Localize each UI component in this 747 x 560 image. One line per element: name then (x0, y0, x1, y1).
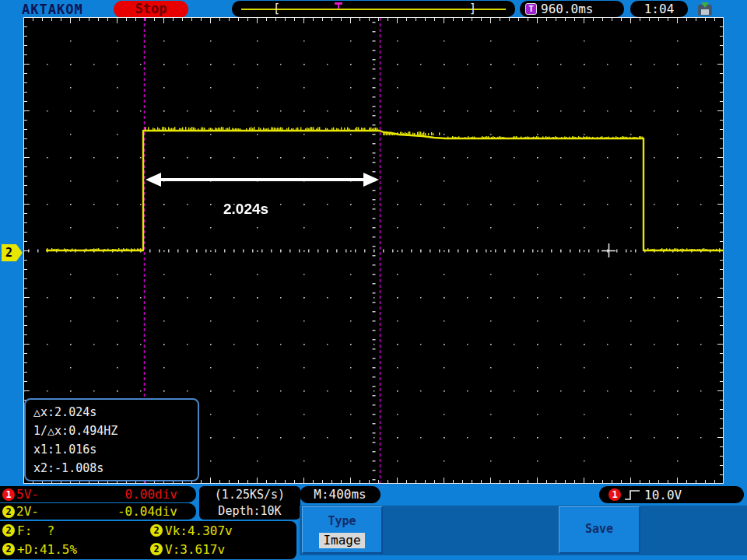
ch2-number-badge: 2 (2, 506, 15, 518)
trigger-t-icon: T (525, 3, 537, 15)
measure-ch-badge: 2 (2, 543, 15, 555)
ch1-status-row: 1 5V- 0.00div (0, 486, 196, 502)
type-softkey-button[interactable]: Type Image (302, 506, 383, 554)
softkey-menu-strip: Type Image Save (300, 506, 747, 555)
ch1-number-badge: 1 (2, 488, 15, 501)
measure-ch-badge: 2 (2, 524, 15, 537)
sample-rate: (1.25KS/s) (199, 487, 300, 503)
ch2-status-row: 2 2V- -0.04div (0, 503, 196, 520)
ch2-position: -0.04div (117, 504, 177, 519)
measure-ch-badge: 2 (150, 543, 163, 555)
acquisition-info-box: (1.25KS/s) Depth:10K (199, 486, 300, 520)
ch1-position: 0.00div (125, 487, 177, 502)
measure-ch-badge: 2 (150, 524, 163, 537)
record-length-line (241, 9, 506, 10)
memory-depth: Depth:10K (199, 503, 300, 520)
cursor-readout-box: △x:2.024s 1/△x:0.494HZ x1:1.016s x2:-1.0… (24, 398, 199, 481)
window-left-bracket: [ (273, 2, 280, 16)
brand-logo: AKTAKOM (22, 2, 83, 17)
cursor-inv-dx-value: 1/△x:0.494HZ (33, 422, 190, 440)
type-selected-value: Image (319, 533, 364, 548)
window-right-bracket: ] (469, 2, 476, 16)
trigger-source-badge: 1 (608, 488, 621, 501)
clock: 1:04 (630, 1, 688, 17)
trigger-position-marker-icon (335, 2, 342, 9)
rising-edge-icon (624, 489, 641, 501)
measure-v: 2 V:3.617v (150, 542, 296, 557)
save-softkey-button[interactable]: Save (559, 506, 640, 554)
cursor-delta-label: 2.024s (223, 201, 268, 218)
cursor-x2-value: x2:-1.008s (33, 459, 190, 478)
measure-duty: 2 +D:41.5% (2, 542, 150, 557)
cursor-dx-value: △x:2.024s (33, 403, 190, 422)
oscilloscope-screen: AKTAKOM Stop [ ] T 960.0ms 1:04 2 2.024s… (0, 0, 747, 560)
measure-vk: 2 Vk:4.307v (150, 523, 296, 538)
usb-save-icon (696, 2, 714, 16)
record-position-bar: [ ] (232, 1, 515, 17)
trigger-offset-pill: T 960.0ms (520, 1, 624, 17)
trigger-level-value: 10.0V (644, 488, 682, 502)
cursor-x1-value: x1:1.016s (33, 440, 190, 459)
trigger-offset-value: 960.0ms (541, 1, 593, 17)
run-state-badge: Stop (114, 1, 188, 18)
ch2-scale: 2V- (16, 504, 39, 519)
timebase-pill: M:400ms (300, 486, 381, 503)
type-label: Type (303, 514, 381, 528)
measurements-block: 2 F: ? 2 Vk:4.307v 2 +D:41.5% 2 V:3.617v (0, 521, 296, 559)
ch2-position-marker[interactable]: 2 (2, 244, 23, 261)
ch1-scale: 5V- (16, 487, 39, 502)
trigger-level-pill: 1 10.0V (599, 486, 744, 503)
measure-frequency: 2 F: ? (2, 523, 150, 538)
